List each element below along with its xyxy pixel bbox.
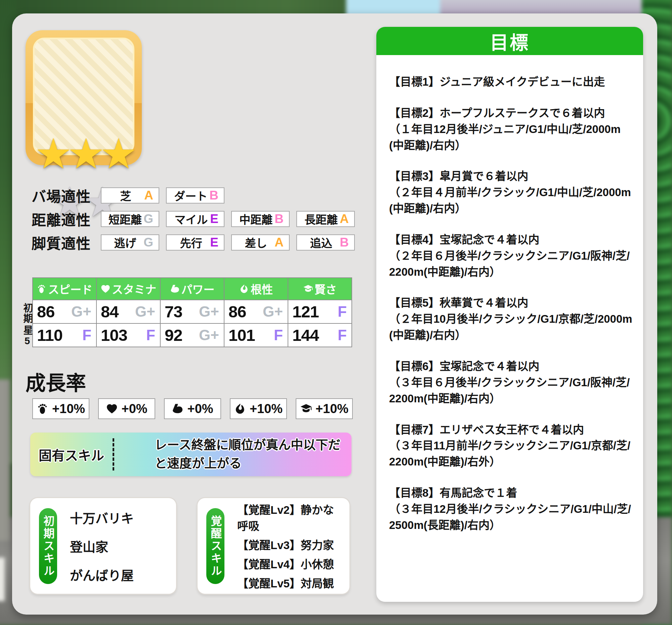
awakening-skill-item: 【覚醒Lv3】努力家 (237, 536, 344, 552)
objective-detail: （３年目11月前半/クラシックシニア/G1/京都/芝/2200m(中距離)/右外… (389, 438, 633, 470)
stat-value: 110 (37, 326, 63, 345)
stat-cell: 121 F (288, 300, 352, 323)
background-road-marking (0, 557, 5, 601)
stat-value: 84 (101, 302, 119, 321)
aptitude-cell-turf: 芝 A (101, 188, 159, 203)
aptitude-name: 差し (237, 234, 274, 251)
foot-icon (37, 403, 49, 415)
objective-item: 【目標1】ジュニア級メイクデビューに出走 (389, 74, 633, 90)
stats-header-stamina: スタミナ (97, 278, 160, 300)
initial-skill-item: 十万バリキ (70, 508, 171, 527)
objective-item: 【目標6】宝塚記念で４着以内 （３年目６月後半/クラシックシニア/G1/阪神/芝… (389, 358, 633, 407)
stat-value: 86 (229, 302, 246, 321)
stats-header-label: スタミナ (112, 281, 156, 297)
stat-value: 92 (165, 326, 183, 345)
aptitude-row-strategy: 脚質適性 逃げ G 先行 E 差し A 追込 B (31, 234, 355, 251)
aptitude-grade: A (144, 189, 153, 202)
stat-value: 86 (37, 302, 55, 321)
aptitude-cell-betweener: 差し A (231, 234, 290, 251)
initial-skill-item: がんばり屋 (70, 565, 171, 584)
aptitude-name: 短距離 (107, 211, 143, 227)
stats-row-label-initial: 初期 (20, 303, 32, 324)
aptitude-name: マイル (172, 211, 210, 227)
aptitude-name: 芝 (107, 188, 144, 203)
stat-grade: F (338, 327, 347, 344)
unique-skill-description: レース終盤に順位が真ん中以下だと速度が上がる (114, 436, 352, 473)
foot-icon (37, 284, 47, 294)
aptitude-cell-leader: 先行 E (166, 234, 224, 251)
growth-value: +0% (187, 402, 213, 416)
aptitude-grade: G (143, 235, 153, 250)
objective-detail: （２年目６月後半/クラシックシニア/G1/阪神/芝/2200m(中距離)/右内） (389, 248, 633, 280)
aptitude-name: 先行 (172, 234, 210, 251)
initial-skill-item: 登山家 (70, 537, 171, 555)
flame-icon (234, 403, 246, 415)
stat-grade: F (146, 327, 155, 344)
stats-header-label: スピード (48, 281, 92, 297)
objective-item: 【目標5】秋華賞で４着以内 （２年目10月後半/クラシック/G1/京都/芝/20… (389, 295, 633, 343)
aptitude-grade: A (340, 212, 349, 226)
star-icon: ★ (67, 130, 100, 178)
aptitude-cell-long: 長距離 A (296, 211, 355, 227)
objective-line: 【目標3】皐月賞で６着以内 (389, 168, 633, 184)
unique-skill-banner: 固有スキル レース終盤に順位が真ん中以下だと速度が上がる (30, 432, 352, 476)
aptitude-grade: E (210, 235, 218, 250)
stat-value: 121 (292, 302, 319, 321)
heart-icon (100, 284, 111, 294)
growth-value: +10% (315, 402, 349, 416)
stat-cell: 103 F (97, 324, 160, 347)
stats-header-label: パワー (182, 281, 215, 297)
background-roadside (0, 379, 10, 541)
awakening-skills-pill: 覚醒スキル (206, 508, 224, 584)
growth-guts: +10% (230, 398, 287, 419)
stat-cell: 92 G+ (161, 324, 224, 347)
flame-icon (239, 284, 249, 294)
cap-icon (300, 403, 312, 415)
stats-header-label: 根性 (251, 281, 273, 297)
awakening-skill-item: 【覚醒Lv5】対局観 (237, 575, 344, 591)
cap-icon (303, 284, 313, 294)
aptitude-name: 中距離 (237, 211, 274, 227)
aptitude-cell-short: 短距離 G (101, 211, 159, 227)
aptitude-cell-mile: マイル E (166, 211, 224, 227)
objective-detail: （３年目６月後半/クラシックシニア/G1/阪神/芝/2200m(中距離)/右内） (389, 374, 633, 407)
awakening-skill-item: 【覚醒Lv4】小休憩 (237, 555, 344, 572)
stat-value: 144 (292, 326, 319, 345)
bicep-icon (172, 403, 184, 415)
aptitude-grade: B (209, 189, 218, 202)
aptitude-name: 逃げ (107, 234, 143, 251)
aptitude-row-label: 脚質適性 (31, 232, 101, 253)
growth-rate-title: 成長率 (26, 367, 86, 396)
growth-value: +10% (52, 402, 85, 416)
objective-line: 【目標2】ホープフルステークスで６着以内 (389, 105, 633, 121)
stats-header-label: 賢さ (314, 281, 337, 297)
stat-cell: 101 F (224, 324, 288, 347)
growth-power: +0% (164, 398, 221, 419)
aptitude-grade: E (210, 212, 218, 226)
objectives-panel: 目標 【目標1】ジュニア級メイクデビューに出走 【目標2】ホープフルステークスで… (376, 27, 643, 602)
stats-table: スピード スタミナ パワー 根性 賢さ 86 G+ (32, 277, 352, 347)
objective-line: 【目標8】有馬記念で１着 (389, 485, 633, 501)
bicep-icon (170, 284, 180, 294)
stat-cell: 144 F (288, 324, 352, 347)
aptitude-grade: B (340, 235, 349, 250)
heart-icon (106, 403, 118, 415)
stats-header-guts: 根性 (224, 278, 288, 300)
initial-skills-box: 初期スキル 十万バリキ 登山家 がんばり屋 (30, 498, 176, 594)
aptitude-row-distance: 距離適性 短距離 G マイル E 中距離 B 長距離 A (31, 211, 355, 227)
stat-value: 103 (101, 326, 127, 345)
character-info-card: ★★★★★ バ場適性 芝 A ダート B 距離適性 短距離 G (12, 14, 657, 615)
objective-detail: （１年目12月後半/ジュニア/G1/中山/芝/2000m(中距離)/右内） (389, 121, 633, 153)
growth-stamina: +0% (98, 398, 155, 419)
objective-detail: （３年目12月後半/クラシックシニア/G1/中山/芝/2500m(長距離)/右内… (389, 501, 633, 533)
aptitude-row-label: 距離適性 (31, 208, 101, 229)
aptitude-name: 長距離 (303, 211, 340, 227)
objectives-header: 目標 (376, 27, 643, 55)
initial-skills-pill: 初期スキル (39, 508, 57, 584)
stats-row-label-star5: 星5 (20, 325, 32, 347)
objective-item: 【目標7】エリザベス女王杯で４着以内 （３年目11月前半/クラシックシニア/G1… (389, 422, 633, 470)
aptitude-row-surface: バ場適性 芝 A ダート B (31, 188, 224, 203)
stat-grade: G+ (71, 303, 91, 320)
growth-rate-row: +10% +0% +0% +10% +10% (32, 398, 353, 419)
stat-cell: 86 G+ (224, 300, 288, 323)
